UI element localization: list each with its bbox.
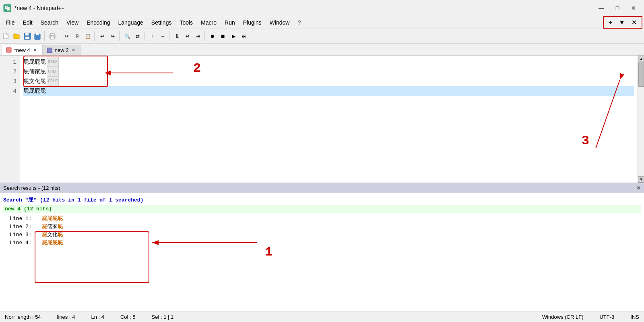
new-tab-button[interactable]: + [606,18,615,27]
status-sel: Sel : 1 | 1 [152,314,174,320]
tab-new2[interactable]: new 2 ✕ [42,45,81,55]
search-result-3[interactable]: Line 3: 屁文化屁 [3,231,641,239]
status-lines: lines : 4 [57,314,75,320]
title-bar: *new 4 - Notepad++ — □ ✕ [0,0,644,16]
line-numbers: 1 2 3 4 [0,56,20,183]
search-normal-3-1: 文化 [47,231,58,238]
scrollbar-thumb[interactable] [638,62,644,87]
toolbar-cut[interactable]: ✂ [62,31,72,41]
line-num-3: 3 [3,77,17,86]
app-icon [3,4,11,12]
tab-new4[interactable]: *new 4 ✕ [2,45,42,55]
menu-bar: File Edit Search View Encoding Language … [0,16,644,29]
vertical-scrollbar[interactable]: ▲ ▼ [638,56,644,183]
toolbar-zoom-out[interactable]: − [158,31,167,41]
toolbar-replace[interactable]: ⇄ [133,31,142,41]
toolbar: ✂ ⎘ 📋 ↩ ↪ 🔍 ⇄ + − ⇅ ↵ ⇥ ⏺ ⏹ ▶ ⏭ [0,29,644,44]
search-result-1[interactable]: Line 1: 屁屁屁屁 [3,214,641,222]
toolbar-sep-1 [44,31,46,41]
search-line-label-2: Line 2: [10,224,42,230]
toolbar-indent[interactable]: ⇥ [193,31,203,41]
menu-help[interactable]: ? [293,18,305,27]
tab-list-dropdown[interactable]: ▼ [616,18,627,27]
toolbar-undo[interactable]: ↩ [97,31,107,41]
toolbar-save-all[interactable] [33,31,43,41]
line-3-text: 屁文化屁 [23,77,46,86]
svg-rect-17 [50,37,54,39]
window-close-button[interactable]: ✕ [626,2,641,14]
toolbar-zoom-in[interactable]: + [147,31,157,41]
status-bar: Norr length : 54 lines : 4 Ln : 4 Col : … [0,312,644,322]
tab-close-new4[interactable]: ✕ [33,48,38,53]
toolbar-redo[interactable]: ↪ [108,31,118,41]
toolbar-save[interactable] [23,31,32,41]
search-line-label-4: Line 4: [10,240,42,246]
menu-view[interactable]: View [62,18,83,27]
line-1-text: 屁屁屁屁 [23,57,46,67]
search-match-4-1: 屁 [42,239,47,246]
menu-plugins[interactable]: Plugins [239,18,266,27]
minimize-button[interactable]: — [594,2,609,14]
close-tab-button[interactable]: ✕ [629,18,639,27]
menu-tools[interactable]: Tools [175,18,197,27]
menu-language[interactable]: Language [114,18,147,27]
search-file-line[interactable]: new 4 (12 hits) [3,205,641,213]
menu-window[interactable]: Window [266,18,294,27]
tab-icon-new2 [47,48,52,53]
search-match-2-2: 屁 [58,223,63,230]
tab-close-new2[interactable]: ✕ [71,48,76,53]
svg-rect-14 [36,33,39,35]
annotation-3-label: 3 [582,136,589,146]
scrollbar-track[interactable] [638,62,644,176]
status-ln: Ln : 4 [91,314,104,320]
toolbar-new[interactable] [2,31,11,41]
search-match-4-2: 屁 [47,239,52,246]
toolbar-print[interactable] [47,31,57,41]
search-match-2-1: 屁 [42,223,47,230]
maximize-button[interactable]: □ [610,2,625,14]
scrollbar-up-button[interactable]: ▲ [638,56,644,62]
status-eol: Windows (CR LF) [542,314,584,320]
toolbar-macro-stop[interactable]: ⏹ [218,31,228,41]
toolbar-open[interactable] [12,31,22,41]
search-result-2[interactable]: Line 2: 屁儒家屁 [3,222,641,231]
toolbar-sync[interactable]: ⇅ [172,31,182,41]
scrollbar-down-button[interactable]: ▼ [638,176,644,183]
svg-rect-18 [6,48,11,52]
editor-line-1: 屁屁屁屁 CRLF [23,57,634,67]
toolbar-sep-5 [144,31,146,41]
toolbar-copy[interactable]: ⎘ [72,31,82,41]
search-panel-close[interactable]: ✕ [636,185,641,191]
menu-settings[interactable]: Settings [147,18,176,27]
editor-main: 1 2 3 4 屁屁屁屁 CRLF 屁儒家屁 CRLF 屁文化屁 CRLF 屁屁… [0,56,644,183]
toolbar-wrap[interactable]: ↵ [183,31,192,41]
search-match-4-3: 屁 [52,239,58,246]
line-4-text: 屁屁屁屁 [23,86,46,96]
toolbar-find[interactable]: 🔍 [122,31,132,41]
menu-macro[interactable]: Macro [197,18,221,27]
search-panel-content: Search "屁" (12 hits in 1 file of 1 searc… [0,193,644,312]
toolbar-macro-rec[interactable]: ⏺ [208,31,217,41]
menu-search[interactable]: Search [37,18,62,27]
toolbar-macro-play[interactable]: ▶ [229,31,238,41]
search-match-1-4: 屁 [58,215,63,222]
toolbar-macro-next[interactable]: ⏭ [239,31,249,41]
toolbar-sep-6 [169,31,171,41]
tab-bar: *new 4 ✕ new 2 ✕ [0,44,644,56]
menu-encoding[interactable]: Encoding [83,18,114,27]
menu-file[interactable]: File [2,18,19,27]
menu-run[interactable]: Run [221,18,239,27]
tab-controls-right: + ▼ ✕ [603,16,642,29]
search-line-label-1: Line 1: [10,216,42,222]
search-normal-2-1: 儒家 [47,223,58,230]
search-result-4[interactable]: Line 4: 屁屁屁屁 [3,239,641,247]
svg-rect-11 [25,33,29,35]
toolbar-sep-7 [204,31,206,41]
toolbar-paste[interactable]: 📋 [83,31,93,41]
svg-rect-9 [14,34,16,35]
menu-edit[interactable]: Edit [19,18,37,27]
title-controls: — □ ✕ [594,2,641,14]
editor-content[interactable]: 屁屁屁屁 CRLF 屁儒家屁 CRLF 屁文化屁 CRLF 屁屁屁屁 [20,56,638,183]
search-match-1-2: 屁 [47,215,52,222]
toolbar-sep-4 [119,31,121,41]
